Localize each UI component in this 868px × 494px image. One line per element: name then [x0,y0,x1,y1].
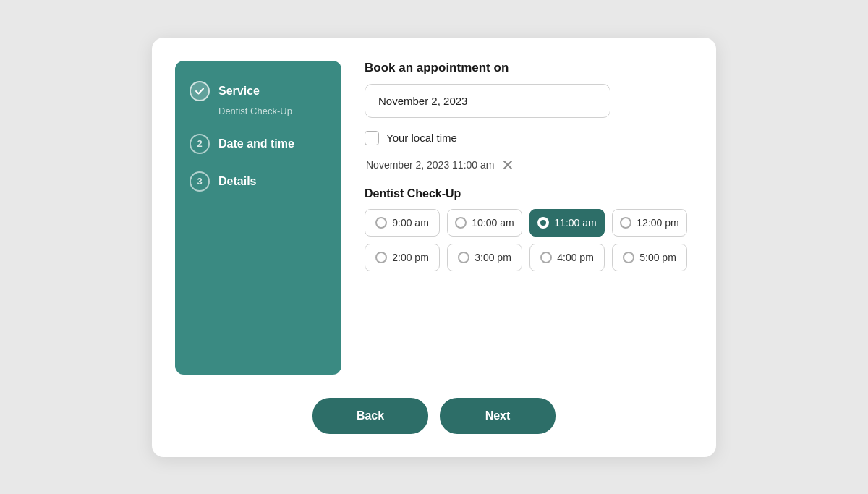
time-slot-t2[interactable]: 10:00 am [447,209,522,237]
time-label-t4: 12:00 pm [637,217,678,229]
step2-icon: 2 [190,134,210,154]
sidebar-details-label: Details [218,175,256,188]
time-slot-t1[interactable]: 9:00 am [365,209,440,237]
radio-t3 [537,217,549,229]
datetime-badge-row: November 2, 2023 11:00 am [366,158,687,171]
time-slot-t4[interactable]: 12:00 pm [612,209,687,237]
time-label-t2: 10:00 am [472,217,514,229]
time-label-t7: 4:00 pm [557,252,594,263]
sidebar-service-sub: Dentist Check-Up [218,106,327,116]
clear-datetime-button[interactable] [501,158,514,171]
radio-t2 [455,217,467,229]
back-button[interactable]: Back [312,398,428,434]
time-slot-t5[interactable]: 2:00 pm [365,244,440,271]
radio-t8 [623,252,634,263]
main-content: Book an appointment on November 2, 2023 … [359,61,693,375]
sidebar-service-label: Service [218,85,260,98]
check-icon [190,81,210,101]
radio-t7 [540,252,552,263]
radio-t5 [375,252,387,263]
sidebar-item-service[interactable]: Service [190,81,327,101]
sidebar-item-details[interactable]: 3 Details [190,171,327,192]
booking-modal: Service Dentist Check-Up 2 Date and time… [152,38,716,457]
time-label-t3: 11:00 am [554,217,596,229]
radio-t4 [620,217,631,229]
radio-t1 [375,217,387,229]
time-label-t8: 5:00 pm [639,252,676,263]
book-title: Book an appointment on [365,61,687,75]
local-time-label: Your local time [386,132,457,144]
time-grid: 9:00 am10:00 am11:00 am12:00 pm2:00 pm3:… [365,209,687,271]
sidebar: Service Dentist Check-Up 2 Date and time… [175,61,341,375]
time-label-t1: 9:00 am [392,217,429,229]
local-time-row: Your local time [365,131,687,145]
time-slot-t3[interactable]: 11:00 am [529,209,605,237]
sidebar-item-datetime[interactable]: 2 Date and time [190,134,327,154]
radio-t6 [458,252,469,263]
date-value: November 2, 2023 [378,95,467,107]
time-slot-t6[interactable]: 3:00 pm [447,244,522,271]
time-label-t5: 2:00 pm [392,252,429,263]
modal-body: Service Dentist Check-Up 2 Date and time… [175,61,693,375]
modal-footer: Back Next [175,398,693,434]
time-slot-t7[interactable]: 4:00 pm [529,244,605,271]
sidebar-datetime-label: Date and time [218,137,294,150]
date-input[interactable]: November 2, 2023 [365,84,610,118]
next-button[interactable]: Next [440,398,556,434]
local-time-checkbox[interactable] [365,131,379,145]
service-title: Dentist Check-Up [365,187,687,200]
datetime-badge: November 2, 2023 11:00 am [366,159,494,171]
time-slot-t8[interactable]: 5:00 pm [612,244,687,271]
step3-icon: 3 [190,171,210,192]
time-label-t6: 3:00 pm [475,252,511,263]
